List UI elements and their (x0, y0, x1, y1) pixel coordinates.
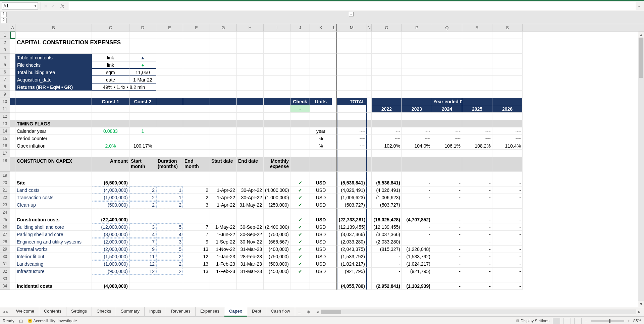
cell[interactable] (367, 127, 372, 135)
cell[interactable] (264, 209, 290, 216)
cell[interactable] (10, 61, 15, 68)
cell[interactable] (183, 68, 210, 76)
cell[interactable] (372, 76, 402, 83)
cell[interactable] (290, 209, 310, 216)
cell[interactable]: ✔ (290, 179, 310, 186)
cell[interactable] (432, 275, 462, 282)
cell[interactable] (332, 91, 337, 98)
cell[interactable] (92, 32, 129, 39)
cell[interactable] (290, 127, 310, 135)
cell[interactable]: 30-Sep-22 (237, 231, 264, 238)
cell[interactable] (237, 209, 264, 216)
zoom-level[interactable]: 85% (633, 319, 641, 323)
cell[interactable]: ~~ (337, 142, 367, 150)
cell[interactable] (156, 172, 183, 179)
cell[interactable] (492, 201, 523, 209)
cell[interactable] (183, 120, 210, 127)
cell[interactable] (462, 83, 492, 91)
cell[interactable] (10, 201, 15, 209)
row-header[interactable]: 20 (0, 179, 10, 186)
cell[interactable] (367, 186, 372, 194)
sheet-tab-settings[interactable]: Settings (66, 307, 92, 317)
cell[interactable] (367, 282, 372, 290)
expand-formula-bar-icon[interactable]: ⌄ (636, 4, 642, 8)
cell[interactable]: 1-Apr-22 (210, 186, 237, 194)
cell[interactable] (290, 68, 310, 76)
cell[interactable] (92, 120, 129, 127)
cell[interactable] (402, 172, 432, 179)
cell[interactable] (290, 39, 310, 46)
cell[interactable] (432, 76, 462, 83)
cell[interactable] (332, 61, 337, 68)
cell[interactable] (183, 179, 210, 186)
cell[interactable] (290, 275, 310, 282)
cell[interactable]: Total building area (15, 68, 92, 76)
cell[interactable] (367, 246, 372, 253)
cell[interactable]: 3 (183, 201, 210, 209)
cell[interactable] (210, 142, 237, 150)
hscroll-right-icon[interactable]: ▸ (637, 309, 642, 314)
cell[interactable]: ~~ (372, 127, 402, 135)
cell[interactable]: 2 (129, 194, 156, 201)
cell[interactable]: (4,026,491) (337, 186, 367, 194)
cell[interactable] (290, 61, 310, 68)
cell[interactable] (183, 113, 210, 120)
cell[interactable] (10, 260, 15, 268)
cell[interactable]: USD (310, 186, 332, 194)
cell[interactable] (290, 113, 310, 120)
cell[interactable] (492, 32, 523, 39)
cell[interactable]: TIMING FLAGS (15, 120, 92, 127)
cell[interactable] (237, 32, 264, 39)
cell[interactable]: - (290, 105, 310, 113)
cell[interactable]: (900,000) (92, 268, 129, 275)
cell[interactable]: USD (310, 194, 332, 201)
cell[interactable] (310, 32, 332, 39)
cell[interactable] (432, 209, 462, 216)
cell[interactable]: 2022 (372, 105, 402, 113)
cell[interactable] (237, 282, 264, 290)
cell[interactable] (432, 113, 462, 120)
col-header[interactable]: E (156, 24, 183, 31)
cell[interactable] (210, 179, 237, 186)
cell[interactable]: USD (310, 216, 332, 223)
cell[interactable] (402, 275, 432, 282)
cell[interactable]: Monthly expense (264, 157, 290, 172)
cell[interactable] (332, 54, 337, 61)
cell[interactable] (402, 98, 432, 105)
cell[interactable] (290, 83, 310, 91)
row-header[interactable]: 29 (0, 246, 10, 253)
cell[interactable] (156, 142, 183, 150)
cell[interactable]: (750,000) (264, 253, 290, 260)
cell[interactable]: 4 (129, 231, 156, 238)
cell[interactable]: 49% • 1.4x • 8.2 mln (92, 83, 156, 91)
cell[interactable] (492, 61, 523, 68)
cell[interactable]: (400,000) (264, 246, 290, 253)
cell[interactable] (367, 238, 372, 246)
cell[interactable]: date (92, 76, 129, 83)
cell[interactable] (210, 32, 237, 39)
cell[interactable]: 1-Jan-23 (210, 253, 237, 260)
cell[interactable] (92, 135, 129, 142)
cell[interactable] (10, 253, 15, 260)
cell[interactable] (337, 39, 367, 46)
cell[interactable] (310, 91, 332, 98)
cell[interactable]: - (462, 231, 492, 238)
cell[interactable] (237, 275, 264, 282)
col-header[interactable]: C (92, 24, 129, 31)
sheet-tab-debt[interactable]: Debt (247, 307, 266, 317)
cell[interactable]: 7 (183, 231, 210, 238)
cell[interactable] (156, 91, 183, 98)
cell[interactable]: ~~ (432, 127, 462, 135)
cell[interactable] (10, 120, 15, 127)
cell[interactable] (367, 142, 372, 150)
cell[interactable] (372, 172, 402, 179)
cell[interactable] (237, 127, 264, 135)
cell[interactable] (310, 105, 332, 113)
cell[interactable] (310, 120, 332, 127)
sheet-tab-welcome[interactable]: Welcome (11, 307, 39, 317)
cell[interactable] (372, 68, 402, 76)
cell[interactable] (332, 135, 337, 142)
cell[interactable]: Period counter (15, 135, 92, 142)
cell[interactable]: (921,795) (337, 268, 367, 275)
cell[interactable] (15, 172, 92, 179)
